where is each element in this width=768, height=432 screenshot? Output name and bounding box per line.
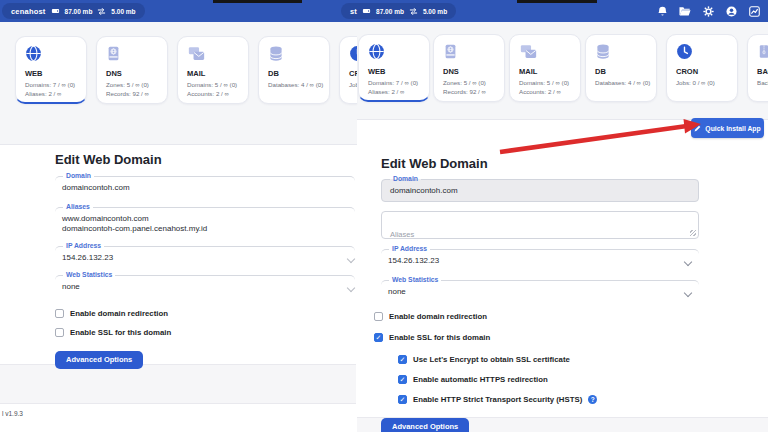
checkbox-checked[interactable]: ✓	[398, 375, 407, 384]
notifications-bell-icon[interactable]	[656, 5, 668, 17]
database-icon	[268, 45, 329, 64]
card-stat: Aliases: 2 / ∞	[368, 88, 429, 95]
card-web[interactable]: WEB Domains: 7 / ∞ (0) Aliases: 2 / ∞	[358, 34, 430, 102]
checkbox-checked[interactable]: ✓	[374, 333, 383, 342]
checkbox-checked[interactable]: ✓	[398, 395, 407, 404]
stats-value: none	[62, 282, 355, 292]
quick-install-label: Quick Install App	[705, 125, 760, 132]
mail-envelopes-icon	[519, 43, 580, 62]
field-label: Web Statistics	[63, 271, 115, 278]
card-title: CRON	[349, 69, 357, 78]
card-mail[interactable]: MAIL Domains: 5 / ∞ (0) Accounts: 2 / ∞	[509, 34, 581, 102]
card-title: CRON	[676, 67, 737, 76]
card-stat: Domains: 5 / ∞ (0)	[519, 79, 580, 86]
card-dns[interactable]: DNS Zones: 5 / ∞ (0) Records: 92 / ∞	[96, 36, 168, 104]
checkbox-unchecked[interactable]	[55, 328, 64, 337]
alias-value: www.domaincontoh.com	[62, 214, 355, 224]
web-statistics-select[interactable]: Web Statistics none	[55, 275, 355, 295]
https-redirection-checkbox[interactable]: ✓ Enable automatic HTTPS redirection	[398, 375, 706, 384]
checkbox-checked[interactable]: ✓	[398, 355, 407, 364]
checkbox-unchecked[interactable]	[374, 312, 383, 321]
enable-domain-redirection-checkbox[interactable]: Enable domain redirection	[374, 312, 706, 321]
card-db[interactable]: DB Databases: 4 / ∞ (0)	[258, 36, 330, 104]
aliases-textarea[interactable]: Aliases	[381, 211, 699, 239]
lets-encrypt-checkbox[interactable]: ✓ Use Let's Encrypt to obtain SSL certif…	[398, 355, 706, 364]
card-title: DNS	[106, 69, 167, 78]
clock-icon	[676, 43, 737, 62]
database-icon	[595, 43, 656, 62]
help-question-icon[interactable]: ?	[588, 395, 597, 404]
user-profile-icon[interactable]	[725, 5, 737, 17]
card-title: WEB	[368, 67, 429, 76]
bandwidth-icon	[409, 7, 418, 16]
clock-icon	[349, 45, 357, 64]
card-dns[interactable]: DNS Zones: 5 / ∞ (0) Records: 92 / ∞	[433, 34, 505, 102]
domain-field-readonly[interactable]: Domain domaincontoh.com	[381, 179, 699, 202]
enable-domain-redirection-checkbox[interactable]: Enable domain redirection	[55, 309, 355, 318]
browser-crop-artifact	[517, 0, 597, 3]
bandwidth-icon	[97, 7, 106, 16]
card-title: MAIL	[519, 67, 580, 76]
card-stat: Domains: 7 / ∞ (0)	[368, 79, 429, 86]
browser-crop-artifact	[213, 0, 302, 3]
checkbox-unchecked[interactable]	[55, 309, 64, 318]
enable-ssl-checkbox[interactable]: Enable SSL for this domain	[55, 328, 355, 337]
statistics-chart-icon[interactable]	[748, 5, 760, 17]
field-label: Aliases	[63, 203, 93, 210]
ip-address-select[interactable]: IP Address 154.26.132.23	[55, 246, 355, 266]
card-backup-partial[interactable]: BACKUP Backups	[747, 34, 768, 102]
bandwidth-usage: 5.00 mb	[111, 8, 135, 15]
edit-web-domain-form-right: Edit Web Domain Domain domaincontoh.com …	[374, 156, 706, 432]
pencil-icon	[694, 125, 701, 132]
quick-install-app-button[interactable]: Quick Install App	[691, 118, 764, 138]
card-stat: Records: 92 / ∞	[106, 90, 167, 97]
card-stat: Zones: 5 / ∞ (0)	[106, 81, 167, 88]
advanced-options-button[interactable]: Advanced Options	[381, 418, 469, 432]
settings-gear-icon[interactable]	[702, 5, 714, 17]
app-screenshot: cenahost 87.00 mb 5.00 mb st 87.00 mb 5.…	[0, 0, 768, 432]
card-cron-partial[interactable]: CRON Jobs: 0 / ∞ (0)	[339, 36, 357, 104]
web-statistics-select[interactable]: Web Statistics none	[381, 280, 699, 300]
edit-web-domain-form-left: Edit Web Domain Domain domaincontoh.com …	[55, 152, 355, 369]
page-title: Edit Web Domain	[55, 152, 355, 167]
dns-book-icon	[443, 43, 504, 62]
globe-icon	[25, 45, 86, 64]
card-stat: Databases: 4 / ∞ (0)	[595, 79, 656, 86]
field-label: Web Statistics	[389, 276, 441, 283]
version-text: l v1.9.3	[2, 410, 23, 417]
card-db[interactable]: DB Databases: 4 / ∞ (0)	[585, 34, 657, 102]
card-web[interactable]: WEB Domains: 7 / ∞ (0) Aliases: 2 / ∞	[15, 36, 87, 104]
topbar: cenahost 87.00 mb 5.00 mb st 87.00 mb 5.…	[0, 0, 768, 22]
ip-address-select[interactable]: IP Address 154.26.132.23	[381, 249, 699, 269]
brand-name: cenahost	[11, 7, 46, 16]
disk-usage: 87.00 mb	[376, 8, 404, 15]
aliases-field[interactable]: Aliases www.domaincontoh.com domainconto…	[55, 207, 355, 237]
brand-name-cropped: st	[350, 7, 357, 16]
bandwidth-usage: 5.00 mb	[423, 8, 447, 15]
file-manager-folder-icon[interactable]	[679, 5, 691, 17]
advanced-options-button[interactable]: Advanced Options	[55, 351, 143, 369]
card-stat: Aliases: 2 / ∞	[25, 90, 86, 97]
footer-band-left	[0, 364, 356, 404]
card-stat: Accounts: 2 / ∞	[519, 88, 580, 95]
card-stat: Domains: 7 / ∞ (0)	[25, 81, 86, 88]
disk-usage: 87.00 mb	[65, 8, 93, 15]
domain-field[interactable]: Domain domaincontoh.com	[55, 176, 355, 196]
card-stat: Databases: 4 / ∞ (0)	[268, 81, 329, 88]
card-stat: Zones: 5 / ∞ (0)	[443, 79, 504, 86]
card-mail[interactable]: MAIL Domains: 5 / ∞ (0) Accounts: 2 / ∞	[177, 36, 249, 104]
field-label: IP Address	[63, 242, 104, 249]
alias-value: domaincontoh-com.panel.cenahost.my.id	[62, 224, 355, 234]
card-cron[interactable]: CRON Jobs: 0 / ∞ (0)	[666, 34, 738, 102]
card-title: DB	[268, 69, 329, 78]
domain-value: domaincontoh.com	[62, 183, 355, 193]
card-stat: Backups	[757, 79, 768, 86]
resize-grip[interactable]	[690, 230, 696, 236]
enable-ssl-checkbox[interactable]: ✓ Enable SSL for this domain	[374, 333, 706, 342]
hsts-checkbox[interactable]: ✓ Enable HTTP Strict Transport Security …	[398, 395, 706, 404]
card-stat: Domains: 5 / ∞ (0)	[187, 81, 248, 88]
card-title: WEB	[25, 69, 86, 78]
ip-value: 154.26.132.23	[388, 256, 699, 266]
domain-value: domaincontoh.com	[390, 186, 690, 196]
disk-icon	[362, 7, 371, 15]
